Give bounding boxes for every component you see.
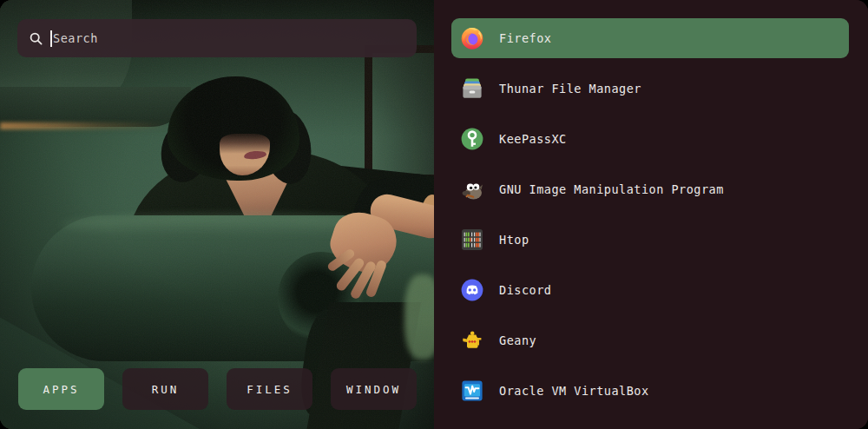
app-label: Htop bbox=[499, 233, 529, 247]
geany-icon bbox=[460, 328, 484, 353]
art-lamp-shade bbox=[0, 87, 191, 127]
app-row[interactable]: Htop bbox=[451, 220, 849, 260]
search-input[interactable] bbox=[53, 31, 404, 45]
text-caret bbox=[50, 30, 52, 47]
search-bar[interactable] bbox=[17, 19, 417, 57]
tab-apps[interactable]: APPS bbox=[18, 368, 104, 410]
discord-icon bbox=[460, 278, 484, 302]
app-list: Firefox Thunar File Manager KeePassXC GN… bbox=[434, 0, 868, 429]
app-row[interactable]: Geany bbox=[451, 320, 849, 360]
mode-tabs: APPSRUNFILESWINDOW bbox=[18, 368, 417, 410]
tab-label: APPS bbox=[43, 383, 79, 396]
tab-label: WINDOW bbox=[346, 383, 401, 396]
wallpaper-art bbox=[0, 0, 434, 429]
launcher-window: APPSRUNFILESWINDOW Firefox Thunar File M… bbox=[0, 0, 868, 429]
app-row[interactable]: Discord bbox=[451, 270, 849, 310]
tab-files[interactable]: FILES bbox=[227, 368, 312, 410]
app-row[interactable]: GNU Image Manipulation Program bbox=[451, 169, 849, 209]
search-icon bbox=[30, 32, 43, 45]
tab-label: FILES bbox=[247, 383, 293, 396]
app-label: KeePassXC bbox=[499, 132, 567, 146]
thunar-icon bbox=[460, 76, 484, 101]
art-lamp-glow bbox=[0, 122, 169, 129]
firefox-icon bbox=[460, 26, 484, 50]
virtualbox-icon bbox=[460, 379, 484, 403]
app-label: Discord bbox=[499, 283, 551, 297]
art-picture-frame bbox=[365, 45, 434, 182]
tab-label: RUN bbox=[152, 383, 180, 396]
tab-window[interactable]: WINDOW bbox=[331, 368, 417, 410]
art-cushion bbox=[404, 274, 434, 360]
app-label: Oracle VM VirtualBox bbox=[499, 384, 649, 398]
app-row[interactable]: KeePassXC bbox=[451, 119, 849, 159]
app-label: Thunar File Manager bbox=[499, 82, 641, 96]
tab-run[interactable]: RUN bbox=[122, 368, 208, 410]
gimp-icon bbox=[460, 177, 484, 201]
app-row[interactable]: Firefox bbox=[451, 18, 849, 58]
app-row[interactable]: Oracle VM VirtualBox bbox=[451, 371, 849, 411]
htop-icon bbox=[460, 228, 484, 252]
app-row[interactable]: Thunar File Manager bbox=[451, 69, 849, 109]
app-label: Firefox bbox=[499, 31, 551, 45]
app-label: Geany bbox=[499, 333, 536, 347]
keepassxc-icon bbox=[460, 127, 484, 151]
app-label: GNU Image Manipulation Program bbox=[499, 182, 724, 196]
